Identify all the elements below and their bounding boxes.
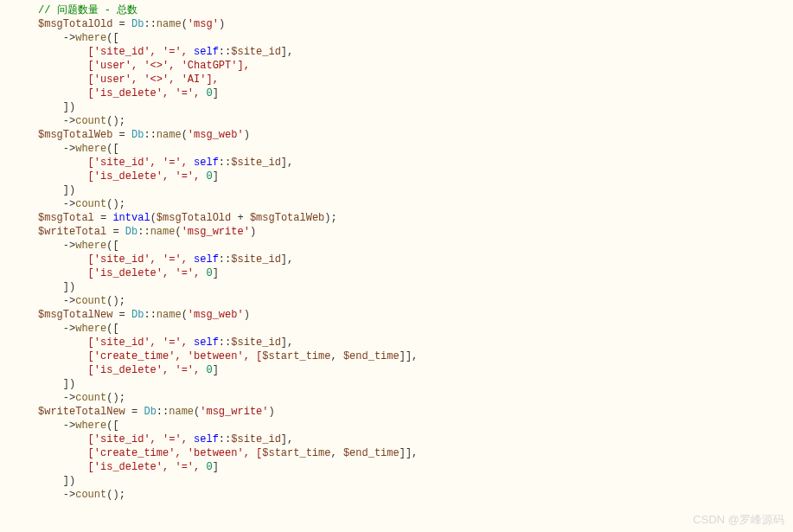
code-line: $msgTotalWeb = Db::name('msg_web') [0, 128, 793, 142]
code-line: ['is_delete', '=', 0] [0, 363, 793, 377]
code-line: ->count(); [0, 294, 793, 308]
code-line: ->where([ [0, 239, 793, 253]
code-line: ['is_delete', '=', 0] [0, 460, 793, 474]
code-line: ]) [0, 280, 793, 294]
code-line: ]) [0, 100, 793, 114]
code-line: ['is_delete', '=', 0] [0, 87, 793, 100]
code-line: ->count(); [0, 391, 793, 405]
code-line: ['create_time', 'between', [$start_time,… [0, 446, 793, 460]
variable: $msgTotalOld [38, 18, 112, 30]
code-line: ['site_id', '=', self::$site_id], [0, 433, 793, 446]
code-line: ['create_time', 'between', [$start_time,… [0, 349, 793, 363]
code-line: ->where([ [0, 419, 793, 433]
code-line: ]) [0, 183, 793, 197]
code-line: ->where([ [0, 142, 793, 156]
code-line: ->count(); [0, 114, 793, 128]
code-line: ['site_id', '=', self::$site_id], [0, 253, 793, 266]
code-line: $msgTotalNew = Db::name('msg_web') [0, 308, 793, 322]
code-line: ]) [0, 474, 793, 488]
code-line: ->count(); [0, 197, 793, 211]
code-line: ['site_id', '=', self::$site_id], [0, 45, 793, 59]
code-line: ]) [0, 377, 793, 391]
code-block: // 问题数量 - 总数$msgTotalOld = Db::name('msg… [0, 0, 793, 505]
code-line: ['is_delete', '=', 0] [0, 266, 793, 280]
code-line: ->count(); [0, 488, 793, 502]
code-line: ->where([ [0, 322, 793, 336]
code-line: $msgTotalOld = Db::name('msg') [0, 17, 793, 31]
code-line: $writeTotal = Db::name('msg_write') [0, 225, 793, 239]
code-line: ['site_id', '=', self::$site_id], [0, 336, 793, 349]
code-line: $msgTotal = intval($msgTotalOld + $msgTo… [0, 211, 793, 225]
code-line: $writeTotalNew = Db::name('msg_write') [0, 405, 793, 419]
code-line: ['user', '<>', 'AI'], [0, 73, 793, 87]
code-line: ['site_id', '=', self::$site_id], [0, 156, 793, 170]
code-line: ->where([ [0, 31, 793, 45]
code-line: ['user', '<>', 'ChatGPT'], [0, 59, 793, 73]
code-line: // 问题数量 - 总数 [0, 3, 793, 17]
code-line: ['is_delete', '=', 0] [0, 170, 793, 183]
comment: // 问题数量 - 总数 [38, 4, 137, 16]
